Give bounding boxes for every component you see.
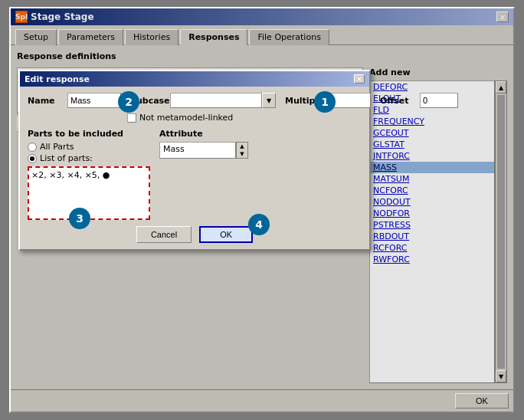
multiplier-label: Multipiler [285, 96, 316, 106]
main-window: Spl Stage Stage × Setup Parameters Histo… [9, 7, 515, 413]
dialog-buttons: Cancel OK [28, 226, 362, 243]
not-metamodel-checkbox[interactable] [127, 113, 136, 123]
parts-list-box[interactable]: ×2, ×3, ×4, ×5, ● [28, 166, 150, 220]
dialog-title-bar: Edit response × [20, 71, 369, 87]
parts-section: Parts to be included All Parts List of p… [28, 129, 362, 220]
list-parts-radio[interactable] [28, 154, 37, 163]
attribute-select: Mass ▲ ▼ [159, 142, 362, 159]
spinner-down-button[interactable]: ▼ [237, 150, 247, 158]
not-metamodel-label: Not metamodel-linked [139, 113, 233, 123]
dialog-title: Edit response [25, 74, 90, 84]
parts-list-content: ×2, ×3, ×4, ×5, ● [31, 170, 110, 180]
spinner-up-button[interactable]: ▲ [237, 143, 247, 150]
name-label: Name [28, 96, 58, 106]
list-parts-label: List of parts: [40, 153, 93, 163]
form-row-main: Name Subcase ▼ Multipiler Offset [28, 93, 362, 108]
subcase-select-container: ▼ [170, 93, 276, 108]
name-input[interactable] [67, 93, 121, 108]
radio-group: All Parts List of parts: [28, 142, 150, 163]
all-parts-radio[interactable] [28, 143, 37, 152]
parts-header: Parts to be included [28, 129, 150, 139]
attribute-select-container: Mass ▲ ▼ [159, 142, 362, 159]
all-parts-radio-row: All Parts [28, 142, 150, 152]
subcase-input[interactable] [170, 93, 262, 108]
attribute-select-box[interactable]: Mass [159, 142, 236, 159]
attribute-header: Attribute [159, 129, 362, 139]
list-parts-radio-row: List of parts: [28, 153, 150, 163]
checkbox-row: Not metamodel-linked [127, 113, 362, 123]
offset-label: Offset [380, 96, 411, 106]
multiplier-input[interactable] [325, 93, 371, 108]
edit-response-dialog: Edit response × Name Subcase ▼ Multipile… [18, 70, 371, 251]
attribute-spinner[interactable]: ▲ ▼ [236, 142, 248, 159]
dialog-content: Name Subcase ▼ Multipiler Offset Not m [20, 87, 369, 249]
cancel-button[interactable]: Cancel [136, 226, 192, 243]
parts-right: Attribute Mass ▲ ▼ [159, 129, 362, 220]
subcase-dropdown-arrow[interactable]: ▼ [262, 93, 276, 108]
offset-input[interactable] [420, 93, 458, 108]
all-parts-label: All Parts [40, 142, 74, 152]
dialog-close-button[interactable]: × [354, 74, 365, 84]
dialog-overlay: Edit response × Name Subcase ▼ Multipile… [11, 8, 513, 412]
subcase-label: Subcase [130, 96, 161, 106]
parts-left: Parts to be included All Parts List of p… [28, 129, 150, 220]
dialog-ok-button[interactable]: OK [199, 226, 253, 243]
